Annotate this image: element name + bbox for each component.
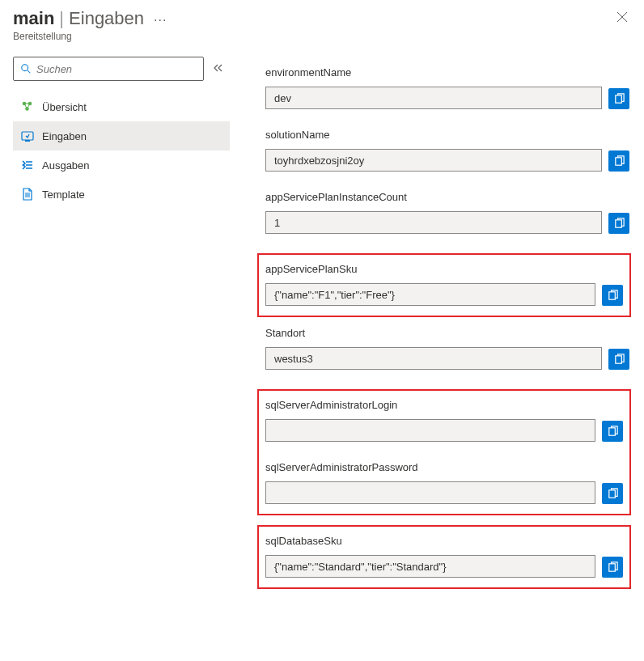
sidebar-item-outputs[interactable]: Ausgaben xyxy=(13,150,230,180)
subtitle: Bereitstellung xyxy=(13,31,631,42)
field-input-environmentName[interactable] xyxy=(265,87,602,109)
search-icon xyxy=(20,63,32,74)
svg-line-1 xyxy=(28,70,31,74)
field-solutionName: solutionName xyxy=(265,129,629,172)
field-label: environmentName xyxy=(265,66,629,78)
field-appServicePlanInstanceCount: appServicePlanInstanceCount xyxy=(265,191,629,234)
field-label: sqlDatabaseSku xyxy=(265,535,623,547)
copy-icon xyxy=(607,561,619,574)
title-row: main | Eingaben ··· xyxy=(13,8,631,29)
sidebar-item-template[interactable]: Template xyxy=(13,180,230,209)
svg-rect-19 xyxy=(608,291,615,299)
svg-rect-16 xyxy=(615,95,621,102)
field-input-standort[interactable] xyxy=(265,347,602,370)
svg-rect-9 xyxy=(25,140,30,142)
copy-icon xyxy=(607,290,619,302)
field-environmentName: environmentName xyxy=(265,66,629,109)
svg-point-0 xyxy=(22,65,28,71)
title-main: main xyxy=(13,8,54,29)
copy-icon xyxy=(613,218,625,230)
field-input-sqlServerAdministratorPassword[interactable] xyxy=(265,481,595,504)
outputs-icon xyxy=(21,159,34,172)
copy-button[interactable] xyxy=(602,557,623,578)
chevron-double-left-icon xyxy=(214,63,223,73)
field-sqlServerAdministratorPassword: sqlServerAdministratorPassword xyxy=(265,461,623,504)
copy-button[interactable] xyxy=(602,285,623,306)
svg-rect-22 xyxy=(608,489,615,497)
field-input-appServicePlanInstanceCount[interactable] xyxy=(265,211,602,234)
highlight-box-appServicePlanSku: appServicePlanSku xyxy=(257,253,631,317)
copy-button[interactable] xyxy=(602,483,623,504)
field-label: sqlServerAdministratorPassword xyxy=(265,461,623,473)
field-label: solutionName xyxy=(265,129,629,141)
close-icon xyxy=(616,11,628,23)
svg-rect-20 xyxy=(615,355,621,362)
field-label: appServicePlanInstanceCount xyxy=(265,191,629,203)
title-separator: | xyxy=(59,8,64,29)
field-input-sqlServerAdministratorLogin[interactable] xyxy=(265,419,595,442)
sidebar-item-label: Ausgaben xyxy=(42,159,90,172)
copy-icon xyxy=(607,426,619,438)
field-sqlServerAdministratorLogin: sqlServerAdministratorLogin xyxy=(265,399,623,442)
copy-button[interactable] xyxy=(608,88,629,109)
highlight-box-sql-admin: sqlServerAdministratorLogin sqlServerAdm… xyxy=(257,389,631,515)
more-menu-icon[interactable]: ··· xyxy=(154,13,167,28)
field-sqlDatabaseSku: sqlDatabaseSku xyxy=(265,535,623,578)
field-input-appServicePlanSku[interactable] xyxy=(265,283,595,306)
field-standort: Standort xyxy=(265,327,629,370)
search-input[interactable] xyxy=(36,63,197,75)
copy-button[interactable] xyxy=(608,150,629,172)
sidebar-item-label: Eingaben xyxy=(42,130,87,142)
panel-header: main | Eingaben ··· Bereitstellung xyxy=(0,0,644,47)
sidebar-item-label: Template xyxy=(42,189,85,201)
field-label: appServicePlanSku xyxy=(265,263,623,275)
content-area: environmentName solutionName appServiceP… xyxy=(239,47,644,661)
inputs-icon xyxy=(21,129,34,142)
field-input-solutionName[interactable] xyxy=(265,149,602,172)
template-icon xyxy=(21,188,34,201)
field-input-sqlDatabaseSku[interactable] xyxy=(265,555,595,578)
svg-rect-18 xyxy=(615,219,621,227)
field-label: sqlServerAdministratorLogin xyxy=(265,399,623,411)
copy-button[interactable] xyxy=(602,421,623,442)
field-appServicePlanSku: appServicePlanSku xyxy=(265,263,623,306)
copy-icon xyxy=(613,155,625,167)
field-label: Standort xyxy=(265,327,629,339)
copy-icon xyxy=(613,354,625,366)
svg-rect-21 xyxy=(608,427,615,434)
copy-icon xyxy=(607,488,619,500)
copy-icon xyxy=(613,93,625,105)
copy-button[interactable] xyxy=(608,349,629,370)
highlight-box-sqlDatabaseSku: sqlDatabaseSku xyxy=(257,525,631,589)
svg-rect-17 xyxy=(615,157,621,164)
sidebar-item-overview[interactable]: Übersicht xyxy=(13,92,230,121)
svg-rect-8 xyxy=(22,132,33,140)
sidebar-item-inputs[interactable]: Eingaben xyxy=(13,121,230,150)
sidebar: Übersicht Eingaben Ausgaben Template xyxy=(0,47,239,661)
search-box[interactable] xyxy=(13,57,204,81)
title-sub: Eingaben xyxy=(69,8,144,29)
svg-rect-23 xyxy=(608,563,615,570)
sidebar-item-label: Übersicht xyxy=(42,101,87,113)
collapse-sidebar-button[interactable] xyxy=(214,63,223,75)
copy-button[interactable] xyxy=(608,213,629,234)
close-button[interactable] xyxy=(616,11,628,25)
overview-icon xyxy=(21,100,34,113)
